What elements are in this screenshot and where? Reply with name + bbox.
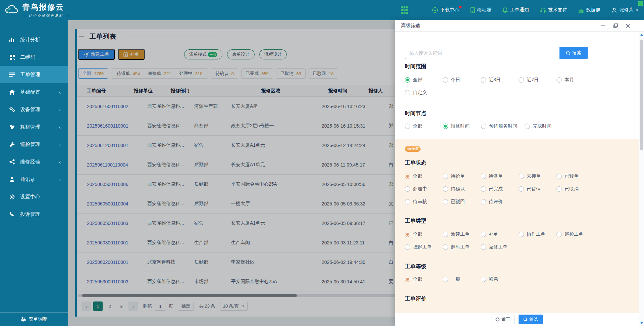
status-tab[interactable]: 已取消63 [276, 68, 306, 79]
radio-option[interactable]: 巡检工单 [556, 231, 594, 238]
create-order-button[interactable]: 新建工单 [78, 49, 115, 60]
sidebar-item-device-mgmt[interactable]: 设备管理 ‹ [0, 101, 68, 118]
minimize-icon[interactable] [601, 24, 605, 28]
order-id-link[interactable]: 2025060500110003 [87, 221, 147, 226]
radio-option[interactable]: 今日 [443, 77, 481, 83]
order-id-link[interactable]: 2025061600110002 [87, 104, 147, 109]
nav-order-notify[interactable]: 工单通知 [502, 7, 529, 13]
status-tab[interactable]: 已驳回18 [309, 68, 338, 79]
radio-option[interactable]: 全部 [405, 123, 443, 130]
horizontal-scrollbar-thumb[interactable] [82, 294, 297, 297]
supplement-order-button[interactable]: 补单 [118, 49, 145, 60]
radio-option[interactable]: 新建工单 [443, 231, 481, 238]
order-id-link[interactable]: 2025060200110001 [87, 260, 147, 265]
order-id-link[interactable]: 2025061600110001 [87, 123, 147, 129]
page-number-button[interactable]: 2 [105, 301, 114, 311]
radio-option[interactable]: 近7日 [519, 77, 556, 83]
order-id-link[interactable]: 2025060500110006 [87, 182, 147, 187]
radio-option[interactable]: 本月 [556, 77, 594, 83]
radio-option[interactable]: 返修工单 [481, 244, 519, 250]
order-id-link[interactable]: 2025060300110001 [87, 240, 147, 245]
sidebar-item-settings[interactable]: 设置中心 [0, 188, 68, 205]
radio-option[interactable]: 待评价 [481, 198, 519, 205]
tab-all[interactable]: 全部1765 [78, 68, 108, 79]
status-tab[interactable]: 待派单494 [113, 71, 144, 77]
search-input[interactable] [405, 47, 559, 59]
order-id-link[interactable]: 2025061100110004 [87, 162, 147, 168]
status-tab[interactable]: 已完成659 [241, 68, 273, 79]
app-logo[interactable]: 青鸟报修云 — 让企业维保更及时 — [0, 2, 87, 18]
reset-button[interactable]: 重置 [491, 315, 515, 324]
nav-tech-support[interactable]: 技术支持 [540, 7, 567, 13]
order-id-link[interactable]: 2025053000110003 [87, 279, 147, 284]
radio-option[interactable]: 待抢单 [443, 173, 481, 180]
order-status-options: 全部 待抢单 待派单 未接单 已转单 处理中 [405, 173, 594, 205]
sidebar-item-base-config[interactable]: 基础配置 ‹ [0, 83, 68, 101]
nav-mobile[interactable]: 移动端 [470, 7, 491, 13]
radio-option[interactable]: 补单 [481, 231, 519, 238]
radio-option[interactable]: 挂起工单 [405, 244, 443, 250]
sidebar-item-work-orders[interactable]: 工单管理 [0, 66, 68, 83]
panel-scrollbar-thumb[interactable] [640, 40, 643, 150]
sidebar-item-statistics[interactable]: 统计分析 [0, 31, 68, 48]
radio-option[interactable]: 全部 [405, 77, 443, 83]
radio-option[interactable]: 完成时间 [525, 123, 565, 130]
radio-option[interactable]: 已取消 [556, 186, 594, 192]
menu-adjust-button[interactable]: 菜单调整 [0, 312, 68, 326]
filter-button[interactable]: 筛选 [519, 315, 543, 324]
order-id-link[interactable]: 2025060500110004 [87, 201, 147, 206]
flow-design-button[interactable]: 流程设计 [259, 49, 287, 59]
radio-option[interactable]: 待确认 [443, 186, 481, 192]
panel-scrollbar[interactable] [639, 32, 644, 326]
radio-option[interactable]: 全部 [405, 231, 443, 238]
status-tab[interactable]: 处理中310 [175, 71, 206, 77]
sidebar-item-inspection[interactable]: 巡检管理 ‹ [0, 136, 68, 153]
order-id-link[interactable]: 2025061200110001 [87, 143, 147, 148]
radio-option[interactable]: 近3日 [481, 77, 519, 83]
radio-option[interactable]: 超时工单 [443, 244, 481, 250]
prev-page-button[interactable]: ‹ [82, 301, 91, 311]
user-menu[interactable]: 张修为 ▾ [611, 7, 638, 13]
radio-option[interactable]: 已转单 [556, 173, 594, 180]
nav-data-screen[interactable]: 数据屏 [578, 7, 600, 13]
dispatch-mode-button[interactable]: 派单模式 手动 [184, 49, 222, 59]
scroll-down-arrow[interactable] [639, 320, 644, 325]
radio-option[interactable]: 全部 [405, 173, 443, 180]
confirm-page-button[interactable]: 确定 [178, 302, 194, 311]
radio-option[interactable]: 已暂停 [519, 186, 556, 192]
page-number-button[interactable]: 3 [117, 301, 126, 311]
radio-option[interactable]: 未接单 [519, 173, 556, 180]
radio-option[interactable]: 全部 [405, 276, 443, 283]
scroll-up-arrow[interactable] [639, 32, 644, 38]
radio-option[interactable]: 自定义 [405, 89, 443, 96]
page-number-button[interactable]: 1 [93, 301, 103, 311]
expand-icon[interactable] [613, 24, 618, 28]
radio-option[interactable]: 预约服务时间 [481, 123, 525, 130]
form-design-button[interactable]: 表单设计 [227, 49, 255, 59]
apps-grid-icon[interactable] [400, 6, 409, 14]
sidebar-item-repair-experience[interactable]: 维修经验 ‹ [0, 153, 68, 171]
page-size-select[interactable]: 10 条/页 ▼ [220, 302, 248, 311]
sidebar-item-complaints[interactable]: 投诉管理 [0, 205, 68, 223]
close-icon[interactable] [626, 24, 630, 28]
next-page-button[interactable]: › [128, 301, 138, 311]
radio-option[interactable]: 待派单 [481, 173, 519, 180]
home-icon [9, 89, 15, 95]
sliders-icon [21, 317, 26, 322]
sidebar-item-contacts[interactable]: 通讯录 ‹ [0, 171, 68, 188]
radio-option[interactable]: 协作工单 [519, 231, 556, 238]
radio-option[interactable]: 已驳回 [443, 198, 481, 205]
radio-option[interactable]: 一般 [443, 276, 481, 283]
radio-option[interactable]: 紧急 [481, 276, 519, 283]
goto-page-input[interactable] [155, 302, 166, 311]
nav-download-center[interactable]: 下载中心 [432, 7, 459, 13]
radio-option[interactable]: 待审核 [405, 198, 443, 205]
search-button[interactable]: 搜索 [559, 47, 588, 59]
sidebar-item-qrcode[interactable]: 二维码 [0, 48, 68, 66]
status-tab[interactable]: 待确认0 [211, 68, 238, 79]
status-tab[interactable]: 未接单221 [144, 71, 175, 77]
radio-option[interactable]: 已完成 [481, 186, 519, 192]
radio-option[interactable]: 报修时间 [443, 123, 481, 130]
radio-option[interactable]: 处理中 [405, 186, 443, 192]
sidebar-item-materials[interactable]: 耗材管理 ‹ [0, 118, 68, 136]
